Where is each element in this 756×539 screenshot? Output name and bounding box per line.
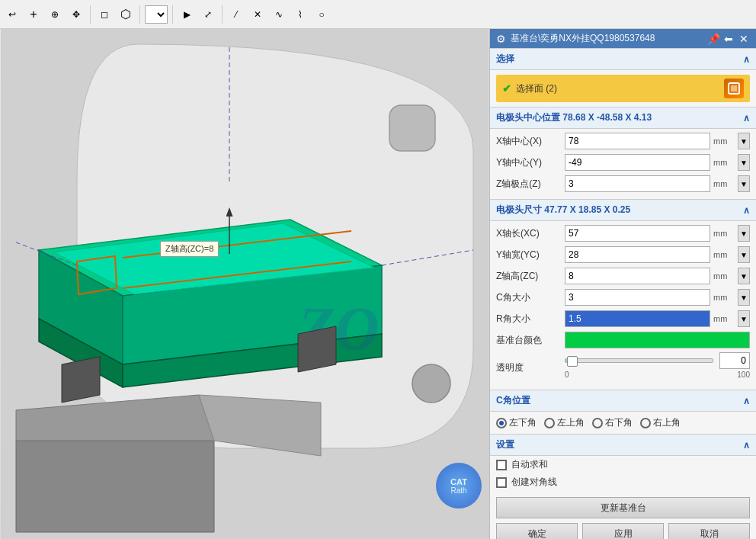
- radio-bottom-right-label: 右下角: [605, 416, 633, 429]
- y-width-row: Y轴宽(YC) mm ▼: [496, 245, 750, 264]
- section-position-chevron: ∧: [743, 113, 750, 124]
- x-length-input[interactable]: [565, 225, 710, 242]
- z-height-arrow[interactable]: ▼: [738, 268, 750, 284]
- toolbar-line1-icon[interactable]: ∕: [227, 5, 245, 24]
- toolbar-right-arrow-icon[interactable]: ▶: [178, 5, 196, 24]
- panel-close-icon[interactable]: ✕: [738, 33, 750, 45]
- section-settings-chevron: ∧: [743, 440, 750, 451]
- confirm-button[interactable]: 确定: [496, 523, 578, 539]
- cancel-button[interactable]: 取消: [668, 523, 750, 539]
- size-form: X轴长(XC) mm ▼ Y轴宽(YC) mm ▼ Z轴高(ZC): [490, 221, 756, 390]
- z-pole-arrow[interactable]: ▼: [738, 175, 750, 192]
- section-c-corner-chevron: ∧: [743, 396, 750, 406]
- selection-type-icon[interactable]: [724, 79, 744, 98]
- svg-rect-16: [389, 105, 435, 151]
- toolbar-wave-icon[interactable]: ⌇: [291, 5, 309, 24]
- r-corner-size-input[interactable]: [565, 310, 710, 327]
- create-diagonal-label: 创建对角线: [511, 476, 557, 489]
- x-length-arrow[interactable]: ▼: [738, 225, 750, 242]
- radio-top-left-label: 左上角: [557, 416, 585, 429]
- toolbar-line2-icon[interactable]: ✕: [248, 5, 267, 24]
- svg-rect-24: [731, 85, 737, 91]
- section-position-header[interactable]: 电极头中心位置 78.68 X -48.58 X 4.13 ∧: [490, 107, 756, 129]
- c-corner-size-unit: mm: [713, 293, 735, 302]
- scene-svg: ZO: [0, 29, 489, 539]
- z-pole-row: Z轴极点(Z) mm ▼: [496, 175, 750, 193]
- toolbar-circle-icon[interactable]: ○: [312, 5, 331, 24]
- base-color-swatch[interactable]: [565, 332, 750, 348]
- svg-rect-17: [412, 364, 450, 403]
- y-width-input[interactable]: [565, 246, 710, 263]
- toolbar-sep-4: [222, 5, 223, 24]
- x-center-input[interactable]: [565, 133, 710, 149]
- section-selection-chevron: ∧: [743, 54, 750, 65]
- panel-settings-icon[interactable]: ⚙: [496, 33, 506, 45]
- radio-bottom-left[interactable]: 左下角: [496, 416, 537, 429]
- x-length-unit: mm: [713, 229, 735, 238]
- c-corner-size-input[interactable]: [565, 289, 710, 306]
- y-width-unit: mm: [713, 250, 735, 259]
- auto-sum-checkbox[interactable]: [496, 460, 507, 470]
- radio-bottom-right-circle: [592, 418, 603, 428]
- selection-check-icon: ✔: [502, 82, 511, 95]
- radio-bottom-right[interactable]: 右下角: [592, 416, 633, 429]
- section-c-corner-header[interactable]: C角位置 ∧: [490, 390, 756, 412]
- section-size-header[interactable]: 电极头尺寸 47.77 X 18.85 X 0.25 ∧: [490, 199, 756, 221]
- transparency-slider-wrap[interactable]: [565, 352, 713, 369]
- toolbar-expand-icon[interactable]: ⤢: [199, 5, 217, 24]
- section-settings-header[interactable]: 设置 ∧: [490, 434, 756, 456]
- toolbar-sep-1: [90, 5, 91, 24]
- z-height-input[interactable]: [565, 268, 710, 284]
- create-diagonal-checkbox[interactable]: [496, 477, 507, 488]
- y-width-arrow[interactable]: ▼: [738, 246, 750, 263]
- update-base-button[interactable]: 更新基准台: [496, 497, 750, 518]
- toolbar-back-icon[interactable]: ↩: [3, 5, 21, 24]
- create-diagonal-checkbox-row[interactable]: 创建对角线: [490, 473, 756, 491]
- x-center-row: X轴中心(X) mm ▼: [496, 132, 750, 150]
- y-center-arrow[interactable]: ▼: [738, 154, 750, 171]
- radio-top-right-circle: [640, 418, 651, 428]
- panel-arrow-icon[interactable]: ⬅: [722, 33, 735, 45]
- radio-top-left[interactable]: 左上角: [544, 416, 585, 429]
- y-width-label: Y轴宽(YC): [496, 249, 565, 261]
- y-center-input[interactable]: [565, 154, 710, 171]
- y-center-row: Y轴中心(Y) mm ▼: [496, 153, 750, 172]
- main-area: ZO Z轴高(ZC)=8 CAT Rath ⚙: [0, 29, 756, 539]
- position-form: X轴中心(X) mm ▼ Y轴中心(Y) mm ▼ Z轴极点(Z): [490, 129, 756, 199]
- watermark-circle: CAT Rath: [436, 463, 482, 509]
- toolbar-target-icon[interactable]: ⊕: [46, 5, 64, 24]
- svg-marker-22: [298, 326, 336, 372]
- panel-pin-icon[interactable]: 📌: [707, 33, 719, 45]
- y-center-unit: mm: [713, 158, 735, 167]
- toolbar-add-icon[interactable]: +: [24, 5, 43, 24]
- c-corner-radio-group: 左下角 左上角 右下角 右上角: [490, 412, 756, 434]
- z-pole-label: Z轴极点(Z): [496, 178, 565, 191]
- toolbar-hex-icon[interactable]: ⬡: [117, 5, 135, 24]
- z-pole-input[interactable]: [565, 175, 710, 192]
- toolbar-sep-3: [172, 5, 173, 24]
- x-length-row: X轴长(XC) mm ▼: [496, 224, 750, 242]
- radio-top-right[interactable]: 右上角: [640, 416, 681, 429]
- auto-sum-label: 自动求和: [511, 458, 548, 471]
- right-panel: ⚙ 基准台\奕勇NX外挂QQ1980537648 📌 ⬅ ✕ 选择 ∧ ✔ 选择…: [489, 29, 756, 539]
- toolbar-curve-icon[interactable]: ∿: [270, 5, 288, 24]
- section-selection-header[interactable]: 选择 ∧: [490, 48, 756, 70]
- transparency-input[interactable]: [719, 352, 750, 369]
- y-center-label: Y轴中心(Y): [496, 156, 565, 169]
- slider-min-label: 0: [565, 371, 569, 379]
- selection-row: ✔ 选择面 (2): [496, 75, 750, 102]
- toolbar-move-icon[interactable]: ✥: [67, 5, 85, 24]
- r-corner-size-unit: mm: [713, 314, 735, 323]
- selection-text: 选择面 (2): [516, 82, 719, 95]
- view-mode-dropdown[interactable]: 相切面: [145, 5, 168, 24]
- r-corner-size-arrow[interactable]: ▼: [738, 310, 750, 327]
- transparency-row: 透明度 0 100: [496, 352, 750, 383]
- auto-sum-checkbox-row[interactable]: 自动求和: [490, 456, 756, 473]
- apply-button[interactable]: 应用: [582, 523, 664, 539]
- watermark-cat-text: CAT: [450, 477, 467, 486]
- c-corner-size-arrow[interactable]: ▼: [738, 289, 750, 306]
- toolbar-box-icon[interactable]: ◻: [95, 5, 114, 24]
- radio-top-left-circle: [544, 418, 555, 428]
- x-center-arrow[interactable]: ▼: [738, 133, 750, 149]
- slider-max-label: 100: [737, 371, 750, 379]
